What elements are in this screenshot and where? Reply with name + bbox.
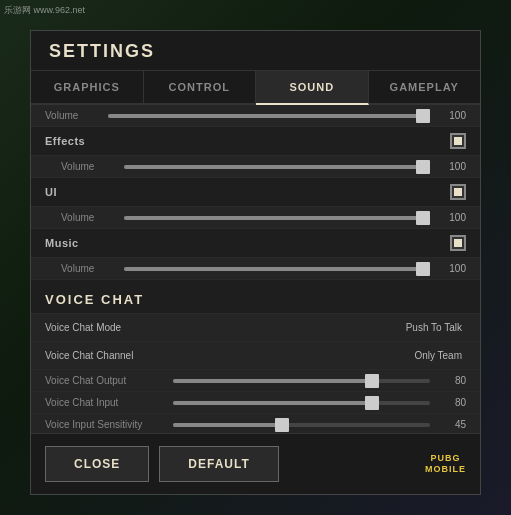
- music-label: Music: [45, 237, 79, 249]
- default-button[interactable]: DEFAULT: [159, 446, 278, 482]
- voice-chat-input-fill: [173, 401, 379, 405]
- voice-chat-output-fill: [173, 379, 379, 383]
- voice-input-sensitivity-row: Voice Input Sensitivity 45: [31, 414, 480, 433]
- voice-chat-mode-value: Push To Talk: [406, 322, 462, 333]
- master-volume-slider[interactable]: [108, 114, 430, 118]
- effects-volume-fill: [124, 165, 430, 169]
- pubg-logo-line2: MOBILE: [425, 464, 466, 475]
- effects-section-row: Effects: [31, 127, 480, 156]
- pubg-logo-line1: PUBG: [425, 453, 466, 464]
- ui-volume-fill: [124, 216, 430, 220]
- voice-chat-title: VOICE CHAT: [45, 292, 144, 307]
- effects-volume-value: 100: [438, 161, 466, 172]
- voice-input-sensitivity-label: Voice Input Sensitivity: [45, 419, 165, 430]
- ui-volume-label: Volume: [61, 212, 116, 223]
- music-volume-row: Volume 100: [31, 258, 480, 280]
- pubg-logo: PUBG MOBILE: [425, 453, 466, 475]
- voice-input-sensitivity-slider[interactable]: [173, 423, 430, 427]
- music-volume-thumb[interactable]: [416, 262, 430, 276]
- effects-label: Effects: [45, 135, 85, 147]
- watermark-text: 乐游网 www.962.net: [4, 4, 85, 17]
- voice-chat-output-label: Voice Chat Output: [45, 375, 165, 386]
- tab-graphics[interactable]: GRAPHICS: [31, 71, 144, 103]
- voice-chat-channel-value: Only Team: [414, 350, 462, 361]
- ui-label: UI: [45, 186, 57, 198]
- tabs-bar: GRAPHICS CONTROL SOUND GAMEPLAY: [31, 71, 480, 105]
- settings-title: SETTINGS: [31, 31, 480, 71]
- voice-input-sensitivity-fill: [173, 423, 289, 427]
- voice-chat-input-label: Voice Chat Input: [45, 397, 165, 408]
- ui-volume-slider[interactable]: [124, 216, 430, 220]
- tab-control[interactable]: CONTROL: [144, 71, 257, 103]
- tab-sound[interactable]: SOUND: [256, 71, 369, 105]
- ui-volume-value: 100: [438, 212, 466, 223]
- close-button[interactable]: CLOSE: [45, 446, 149, 482]
- settings-content: Volume 100 Effects Volume 100 UI V: [31, 105, 480, 433]
- footer-bar: CLOSE DEFAULT PUBG MOBILE: [31, 433, 480, 494]
- voice-input-sensitivity-thumb[interactable]: [275, 418, 289, 432]
- settings-panel: SETTINGS GRAPHICS CONTROL SOUND GAMEPLAY…: [30, 30, 481, 495]
- voice-chat-output-slider[interactable]: [173, 379, 430, 383]
- ui-volume-row: Volume 100: [31, 207, 480, 229]
- voice-chat-channel-label: Voice Chat Channel: [45, 350, 414, 361]
- effects-volume-label: Volume: [61, 161, 116, 172]
- voice-chat-input-thumb[interactable]: [365, 396, 379, 410]
- voice-input-sensitivity-value: 45: [438, 419, 466, 430]
- logo-area: PUBG MOBILE: [425, 453, 466, 475]
- voice-chat-output-thumb[interactable]: [365, 374, 379, 388]
- effects-volume-thumb[interactable]: [416, 160, 430, 174]
- music-volume-slider[interactable]: [124, 267, 430, 271]
- master-volume-value: 100: [438, 110, 466, 121]
- voice-chat-channel-row: Voice Chat Channel Only Team: [31, 342, 480, 370]
- voice-chat-input-slider[interactable]: [173, 401, 430, 405]
- music-volume-value: 100: [438, 263, 466, 274]
- master-volume-fill: [108, 114, 430, 118]
- effects-checkbox[interactable]: [450, 133, 466, 149]
- music-section-row: Music: [31, 229, 480, 258]
- ui-section-row: UI: [31, 178, 480, 207]
- master-volume-row: Volume 100: [31, 105, 480, 127]
- master-volume-thumb[interactable]: [416, 109, 430, 123]
- tab-gameplay[interactable]: GAMEPLAY: [369, 71, 481, 103]
- ui-volume-thumb[interactable]: [416, 211, 430, 225]
- voice-chat-header: VOICE CHAT: [31, 280, 480, 314]
- voice-chat-output-row: Voice Chat Output 80: [31, 370, 480, 392]
- music-checkbox[interactable]: [450, 235, 466, 251]
- voice-chat-input-value: 80: [438, 397, 466, 408]
- effects-volume-row: Volume 100: [31, 156, 480, 178]
- master-volume-label: Volume: [45, 110, 100, 121]
- music-volume-label: Volume: [61, 263, 116, 274]
- voice-chat-input-row: Voice Chat Input 80: [31, 392, 480, 414]
- voice-chat-mode-label: Voice Chat Mode: [45, 322, 406, 333]
- ui-checkbox[interactable]: [450, 184, 466, 200]
- music-volume-fill: [124, 267, 430, 271]
- effects-volume-slider[interactable]: [124, 165, 430, 169]
- voice-chat-mode-row: Voice Chat Mode Push To Talk: [31, 314, 480, 342]
- voice-chat-output-value: 80: [438, 375, 466, 386]
